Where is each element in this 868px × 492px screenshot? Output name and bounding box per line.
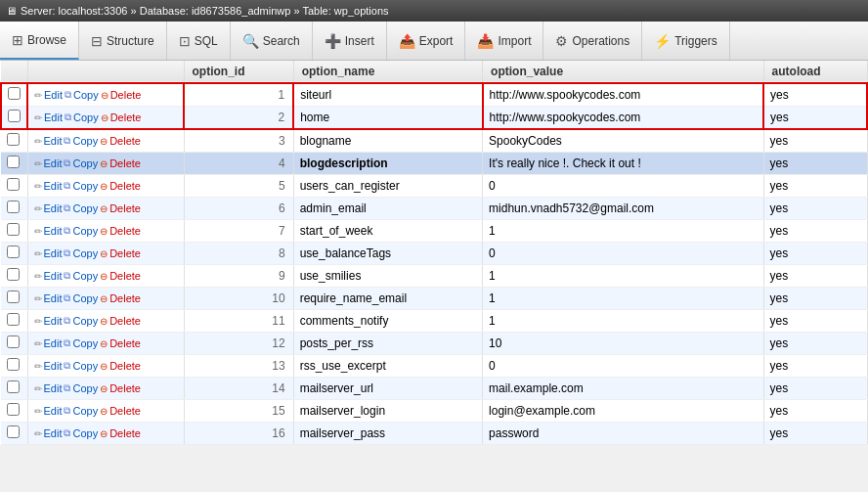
copy-button[interactable]: Copy <box>73 112 99 123</box>
toolbar-btn-operations[interactable]: ⚙Operations <box>543 22 642 60</box>
row-checkbox[interactable] <box>7 178 20 191</box>
data-table: option_id option_name option_value autol… <box>0 61 868 445</box>
row-id: 6 <box>184 198 293 220</box>
row-checkbox[interactable] <box>8 87 21 100</box>
row-checkbox[interactable] <box>7 246 20 258</box>
delete-button[interactable]: Delete <box>110 112 142 123</box>
toolbar-btn-search[interactable]: 🔍Search <box>231 22 313 60</box>
delete-button[interactable]: Delete <box>109 225 141 237</box>
delete-button[interactable]: Delete <box>109 382 141 394</box>
delete-button[interactable]: Delete <box>109 360 141 372</box>
delete-button[interactable]: Delete <box>109 157 141 169</box>
copy-button[interactable]: Copy <box>73 89 99 101</box>
edit-button[interactable]: Edit <box>44 382 63 394</box>
row-checkbox-cell <box>1 83 27 107</box>
toolbar-btn-export[interactable]: 📤Export <box>387 22 466 60</box>
edit-button[interactable]: Edit <box>44 337 63 349</box>
delete-button[interactable]: Delete <box>109 270 141 282</box>
edit-icon: ✏ <box>34 248 42 259</box>
row-checkbox[interactable] <box>7 313 20 326</box>
row-autoload: yes <box>763 355 867 378</box>
row-autoload: yes <box>763 288 867 310</box>
row-checkbox[interactable] <box>7 291 20 303</box>
row-checkbox[interactable] <box>7 380 20 393</box>
edit-icon: ✏ <box>34 112 42 123</box>
copy-button[interactable]: Copy <box>72 202 98 214</box>
row-checkbox[interactable] <box>8 110 21 122</box>
copy-button[interactable]: Copy <box>72 427 98 439</box>
edit-button[interactable]: Edit <box>44 157 63 169</box>
edit-icon: ✏ <box>34 338 42 349</box>
edit-button[interactable]: Edit <box>44 202 63 214</box>
row-option-value: mail.example.com <box>483 378 764 400</box>
delete-button[interactable]: Delete <box>109 292 141 304</box>
edit-button[interactable]: Edit <box>44 405 63 417</box>
row-checkbox[interactable] <box>7 425 20 438</box>
edit-icon: ✏ <box>34 203 42 214</box>
row-autoload: yes <box>763 83 867 107</box>
copy-button[interactable]: Copy <box>72 225 98 237</box>
toolbar-btn-structure[interactable]: ⊟Structure <box>79 22 167 60</box>
copy-button[interactable]: Copy <box>72 382 98 394</box>
row-checkbox[interactable] <box>7 403 20 416</box>
delete-button[interactable]: Delete <box>109 180 141 192</box>
row-checkbox[interactable] <box>7 223 20 236</box>
edit-button[interactable]: Edit <box>44 292 63 304</box>
row-autoload: yes <box>763 220 867 243</box>
table-row: ✏ Edit ⧉ Copy ⊖ Delete 1 siteurl http://… <box>1 83 867 107</box>
edit-button[interactable]: Edit <box>44 315 63 327</box>
delete-button[interactable]: Delete <box>109 247 141 259</box>
edit-button[interactable]: Edit <box>44 180 63 192</box>
row-checkbox[interactable] <box>7 268 20 281</box>
edit-button[interactable]: Edit <box>44 427 63 439</box>
edit-button[interactable]: Edit <box>44 89 63 101</box>
row-option-value: 1 <box>483 288 764 310</box>
edit-button[interactable]: Edit <box>44 225 63 237</box>
copy-icon: ⧉ <box>64 382 70 394</box>
row-checkbox[interactable] <box>7 133 20 146</box>
row-checkbox-cell <box>1 107 27 130</box>
row-id: 3 <box>184 129 293 153</box>
delete-button[interactable]: Delete <box>109 405 141 417</box>
copy-button[interactable]: Copy <box>72 405 98 417</box>
row-option-name: posts_per_rss <box>293 333 482 355</box>
edit-button[interactable]: Edit <box>44 112 63 123</box>
delete-button[interactable]: Delete <box>109 135 141 147</box>
import-icon: 📥 <box>477 33 494 49</box>
copy-button[interactable]: Copy <box>72 360 98 372</box>
row-checkbox[interactable] <box>7 156 20 168</box>
copy-button[interactable]: Copy <box>72 247 98 259</box>
toolbar-btn-triggers[interactable]: ⚡Triggers <box>642 22 730 60</box>
row-checkbox[interactable] <box>7 335 20 348</box>
row-id: 4 <box>184 153 293 175</box>
row-option-name: start_of_week <box>293 220 482 243</box>
edit-button[interactable]: Edit <box>44 360 63 372</box>
table-row: ✏ Edit ⧉ Copy ⊖ Delete 2 home http://www… <box>1 107 867 130</box>
edit-button[interactable]: Edit <box>44 247 63 259</box>
row-checkbox[interactable] <box>7 201 20 213</box>
copy-icon: ⧉ <box>64 135 70 147</box>
delete-icon: ⊖ <box>100 226 108 237</box>
toolbar-btn-browse[interactable]: ⊞Browse <box>0 22 79 60</box>
copy-icon: ⧉ <box>64 270 70 282</box>
copy-button[interactable]: Copy <box>72 180 98 192</box>
copy-button[interactable]: Copy <box>72 270 98 282</box>
copy-button[interactable]: Copy <box>72 315 98 327</box>
row-checkbox[interactable] <box>7 358 20 371</box>
delete-button[interactable]: Delete <box>109 202 141 214</box>
copy-button[interactable]: Copy <box>72 135 98 147</box>
toolbar-btn-insert[interactable]: ➕Insert <box>313 22 387 60</box>
delete-button[interactable]: Delete <box>109 337 141 349</box>
header-checkbox <box>1 61 27 83</box>
edit-button[interactable]: Edit <box>44 135 63 147</box>
copy-button[interactable]: Copy <box>72 292 98 304</box>
copy-button[interactable]: Copy <box>72 157 98 169</box>
delete-button[interactable]: Delete <box>110 89 142 101</box>
row-option-name: use_balanceTags <box>293 243 482 265</box>
toolbar-btn-sql[interactable]: ⊡SQL <box>167 22 231 60</box>
delete-button[interactable]: Delete <box>109 315 141 327</box>
toolbar-btn-import[interactable]: 📥Import <box>465 22 543 60</box>
copy-button[interactable]: Copy <box>72 337 98 349</box>
edit-button[interactable]: Edit <box>44 270 63 282</box>
delete-button[interactable]: Delete <box>109 427 141 439</box>
